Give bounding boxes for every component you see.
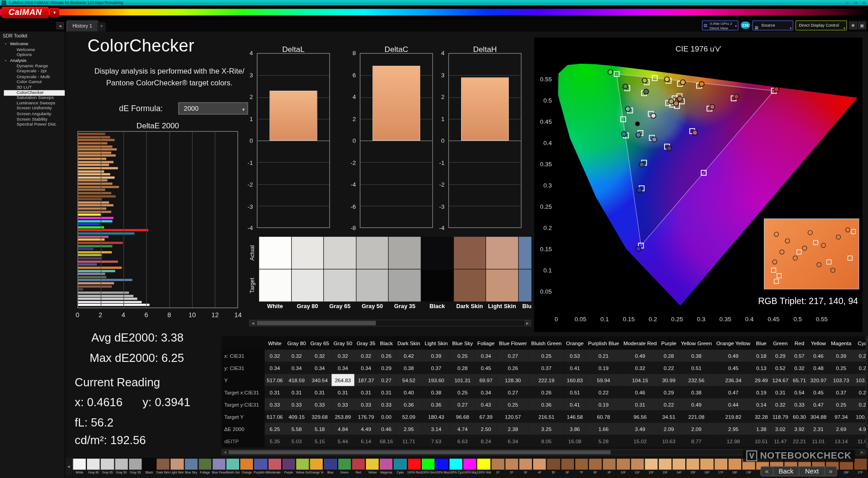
sidebar-item-luminance-sweeps[interactable]: Luminance Sweeps	[4, 101, 65, 106]
strip-swatch-8f[interactable]: 8F	[589, 458, 603, 476]
sidebar-item-screen-angularity[interactable]: Screen Angularity	[4, 112, 65, 117]
sidebar-collapse-button[interactable]: ◀	[57, 22, 64, 29]
strip-swatch-bluish-green[interactable]: Bluish Green	[226, 458, 240, 476]
strip-swatch-orange[interactable]: Orange	[240, 458, 254, 476]
sidebar-item-grayscale-2pt[interactable]: Grayscale - 2pt	[4, 69, 65, 75]
axis-tick-label: -4	[248, 225, 253, 231]
add-tab-button[interactable]: +	[98, 22, 106, 32]
scroll-left-icon[interactable]: ◀	[222, 450, 228, 455]
strip-swatch-100-cyan[interactable]: 100% Cyan	[449, 458, 463, 476]
sidebar-item-colorchecker[interactable]: ColorChecker	[4, 90, 65, 96]
strip-swatch-magenta[interactable]: Magenta	[379, 458, 393, 476]
calman-logo[interactable]: CalMAN	[2, 7, 49, 19]
strip-swatch-dark-skin[interactable]: Dark Skin	[156, 458, 170, 476]
scrollbar-thumb[interactable]	[257, 321, 376, 325]
next-button[interactable]: Next	[800, 467, 825, 476]
strip-swatch-100-red[interactable]: 100% Red	[407, 458, 421, 476]
strip-swatch-100-green[interactable]: 100% Green	[421, 458, 435, 476]
strip-swatch-gray-65[interactable]: Gray 65	[100, 458, 114, 476]
back-fast-icon[interactable]: «	[761, 467, 774, 476]
strip-swatch-black[interactable]: Black	[142, 458, 156, 476]
source-dropdown[interactable]: ▦ Source ▾	[752, 20, 793, 30]
strip-swatch-18f[interactable]: 18F	[728, 458, 742, 476]
strip-swatch-6f[interactable]: 6F	[561, 458, 575, 476]
strip-swatch-purple[interactable]: Purple	[282, 458, 296, 476]
sidebar-item-options[interactable]: Options	[4, 52, 65, 58]
scroll-right-icon[interactable]: ▶	[859, 450, 865, 455]
strip-swatch-4f[interactable]: 4F	[533, 458, 547, 476]
strip-swatch-10f[interactable]: 10F	[616, 458, 630, 476]
sidebar-item-welcome[interactable]: Welcome	[4, 47, 65, 52]
strip-swatch-17f[interactable]: 17F	[714, 458, 728, 476]
strip-swatch-blue-flower[interactable]: Blue Flower	[212, 458, 226, 476]
strip-swatch-16f[interactable]: 16F	[700, 458, 714, 476]
scrollbar-thumb[interactable]	[229, 450, 611, 455]
strip-swatch-13f[interactable]: 13F	[658, 458, 672, 476]
strip-swatch-2f[interactable]: 2F	[505, 458, 519, 476]
display-control-dropdown[interactable]: Direct Display Control ▾	[796, 20, 847, 30]
de-formula-select[interactable]: 2000 ▾	[178, 103, 248, 115]
minimize-button[interactable]: ─	[846, 0, 849, 5]
strip-swatch-moderate-red[interactable]: Moderate Red	[268, 458, 282, 476]
strip-swatch-blue-sky[interactable]: Blue Sky	[184, 458, 198, 476]
strip-swatch-white[interactable]: White	[72, 458, 86, 476]
sidebar-section-welcome[interactable]: ▾Welcome	[4, 41, 65, 47]
calman-menu-button[interactable]: ▾	[50, 8, 59, 17]
next-fast-icon[interactable]: »	[825, 467, 836, 476]
strip-swatch-15f[interactable]: 15F	[686, 458, 700, 476]
strip-swatch-light-skin[interactable]: Light Skin	[170, 458, 184, 476]
display-settings-button[interactable]: ▣	[858, 22, 866, 29]
table-vertical-scrollbar[interactable]: ▲ ▼	[866, 336, 868, 448]
strip-swatch-100-magenta[interactable]: 100% Magenta	[463, 458, 477, 476]
strip-swatch-blue[interactable]: Blue	[324, 458, 338, 476]
strip-swatch-100-blue[interactable]: 100% Blue	[435, 458, 449, 476]
strip-swatch-gray-35[interactable]: Gray 35	[128, 458, 142, 476]
sidebar-section-analysis[interactable]: ▾Analysis	[4, 58, 65, 64]
strip-swatch-11f[interactable]: 11F	[630, 458, 644, 476]
strip-swatch-12f[interactable]: 12F	[644, 458, 658, 476]
maximize-button[interactable]: □	[854, 0, 857, 5]
strip-swatch-gray-50[interactable]: Gray 50	[114, 458, 128, 476]
strip-swatch-red[interactable]: Red	[351, 458, 365, 476]
scroll-left-icon[interactable]: ◀	[250, 320, 256, 326]
strip-swatch-1f[interactable]: 1F	[491, 458, 505, 476]
notebookcheck-watermark: V NOTEBOOKCHECK	[743, 450, 855, 462]
cell: 0.49	[679, 398, 714, 411]
scroll-down-icon[interactable]: ▼	[866, 443, 868, 448]
sidebar-item-saturation-sweeps[interactable]: Saturation Sweeps	[4, 96, 65, 101]
close-button[interactable]: ×	[863, 0, 865, 5]
sidebar-item-dynamic-range[interactable]: Dynamic Range	[4, 64, 65, 69]
strip-swatch-5f[interactable]: 5F	[547, 458, 561, 476]
strip-swatch-gray-80[interactable]: Gray 80	[86, 458, 100, 476]
strip-swatch-orange-yellow[interactable]: Orange Yellow	[310, 458, 324, 476]
sidebar-item-screen-uniformity[interactable]: Screen Uniformity	[4, 106, 65, 112]
meter-dropdown[interactable]: ▤ X-Rite i1Pro 2 Direct View ▾	[702, 20, 739, 30]
sidebar-item-screen-stability[interactable]: Screen Stability	[4, 117, 65, 122]
settings-gear-button[interactable]: ✱	[849, 22, 857, 29]
cell: 0.31	[621, 398, 659, 411]
strip-swatch-7f[interactable]: 7F	[575, 458, 589, 476]
axis-tick-label: -4	[439, 225, 444, 231]
strip-swatch-14f[interactable]: 14F	[672, 458, 686, 476]
strip-swatch-green[interactable]: Green	[337, 458, 351, 476]
strip-swatch-100-yellow[interactable]: 100% Yellow	[477, 458, 491, 476]
cell: 0.41	[564, 362, 586, 374]
strip-swatch-purplish-blue[interactable]: Purplish Blue	[254, 458, 268, 476]
tab-history-1[interactable]: History 1	[66, 20, 98, 31]
sidebar-item-color-gamut[interactable]: Color Gamut	[4, 80, 65, 85]
sidebar-item-grayscale-multi[interactable]: Grayscale - Multi	[4, 75, 65, 80]
back-button[interactable]: Back	[773, 467, 799, 476]
sidebar-item-3d-lut[interactable]: 3D LUT	[4, 85, 65, 90]
strip-swatch-yellow-green[interactable]: Yellow Green	[296, 458, 310, 476]
strip-swatch-27f[interactable]: 27F	[854, 458, 868, 476]
sidebar-item-spectral-power-dist[interactable]: Spectral Power Dist.	[4, 122, 65, 127]
strip-swatch-foliage[interactable]: Foliage	[198, 458, 212, 476]
scroll-right-icon[interactable]: ▶	[524, 320, 531, 326]
strip-swatch-cyan[interactable]: Cyan	[393, 458, 407, 476]
strip-scroll-left-button[interactable]: ◀	[65, 458, 72, 475]
strip-swatch-3f[interactable]: 3F	[519, 458, 533, 476]
strip-swatch-yellow[interactable]: Yellow	[365, 458, 379, 476]
strip-swatch-9f[interactable]: 9F	[602, 458, 616, 476]
scroll-up-icon[interactable]: ▲	[866, 337, 868, 342]
compare-scrollbar[interactable]: ◀ ▶	[249, 320, 531, 327]
